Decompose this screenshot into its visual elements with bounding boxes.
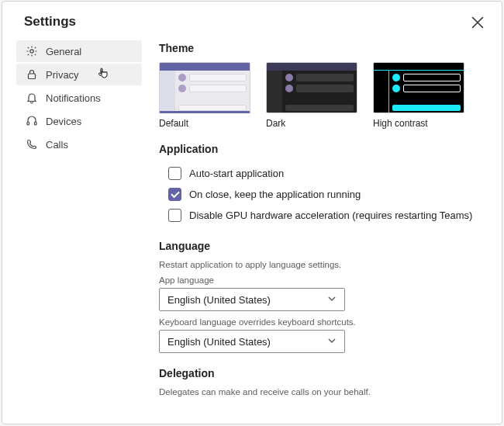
sidebar-item-devices[interactable]: Devices	[16, 110, 142, 132]
sidebar-item-notifications[interactable]: Notifications	[16, 87, 142, 109]
svg-rect-3	[35, 122, 37, 125]
checkbox-label: On close, keep the application running	[189, 189, 361, 200]
svg-point-0	[30, 50, 33, 53]
section-heading-theme: Theme	[159, 42, 483, 54]
sidebar-item-privacy[interactable]: Privacy	[16, 64, 142, 85]
dialog-header: Settings	[2, 2, 502, 40]
app-language-label: App language	[159, 275, 483, 285]
sidebar-item-calls[interactable]: Calls	[16, 133, 142, 155]
theme-label: High contrast	[373, 118, 464, 129]
checkbox-auto-start[interactable]: Auto-start application	[159, 163, 483, 184]
svg-rect-1	[29, 74, 36, 79]
sidebar-item-general[interactable]: General	[16, 40, 142, 62]
checkbox-icon	[168, 188, 181, 201]
theme-selector: Default Dark	[159, 62, 483, 129]
chevron-down-icon	[327, 336, 337, 348]
theme-label: Default	[159, 118, 250, 129]
select-value: English (United States)	[167, 294, 271, 306]
sidebar-nav: General Privacy Notifications Devic	[2, 40, 150, 424]
section-heading-language: Language	[159, 240, 483, 252]
checkbox-disable-gpu[interactable]: Disable GPU hardware acceleration (requi…	[159, 205, 483, 226]
dialog-title: Settings	[24, 14, 76, 29]
cursor-hand-icon	[97, 67, 109, 79]
sidebar-item-label: Devices	[46, 116, 81, 127]
checkbox-icon	[168, 167, 181, 180]
close-icon	[469, 14, 486, 31]
close-button[interactable]	[469, 14, 486, 31]
chevron-down-icon	[327, 294, 337, 306]
sidebar-item-label: Calls	[46, 139, 68, 151]
settings-dialog: Settings General Privacy	[2, 1, 502, 424]
section-heading-application: Application	[159, 143, 483, 155]
theme-label: Dark	[266, 118, 357, 129]
theme-option-default[interactable]: Default	[159, 62, 250, 129]
theme-preview	[373, 62, 464, 113]
sidebar-item-label: General	[46, 46, 81, 57]
headset-icon	[26, 115, 38, 127]
checkbox-on-close[interactable]: On close, keep the application running	[159, 184, 483, 205]
theme-option-dark[interactable]: Dark	[266, 62, 357, 129]
main-content: Theme Default	[150, 40, 502, 424]
bell-icon	[26, 92, 38, 104]
gear-icon	[26, 45, 38, 57]
theme-option-high-contrast[interactable]: High contrast	[373, 62, 464, 129]
lock-icon	[26, 68, 38, 81]
language-restart-hint: Restart application to apply language se…	[159, 260, 483, 269]
phone-icon	[26, 138, 38, 151]
keyboard-language-select[interactable]: English (United States)	[159, 330, 345, 353]
sidebar-item-label: Notifications	[46, 92, 101, 104]
theme-preview	[266, 62, 357, 113]
delegation-hint: Delegates can make and receive calls on …	[159, 387, 483, 397]
keyboard-language-label: Keyboard language overrides keyboard sho…	[159, 317, 483, 327]
checkbox-icon	[168, 209, 181, 222]
checkbox-label: Auto-start application	[189, 168, 284, 179]
checkbox-label: Disable GPU hardware acceleration (requi…	[189, 210, 472, 221]
select-value: English (United States)	[167, 336, 271, 348]
theme-preview	[159, 62, 250, 113]
section-heading-delegation: Delegation	[159, 367, 483, 379]
svg-rect-2	[27, 122, 29, 125]
sidebar-item-label: Privacy	[46, 69, 79, 81]
app-language-select[interactable]: English (United States)	[159, 288, 345, 311]
